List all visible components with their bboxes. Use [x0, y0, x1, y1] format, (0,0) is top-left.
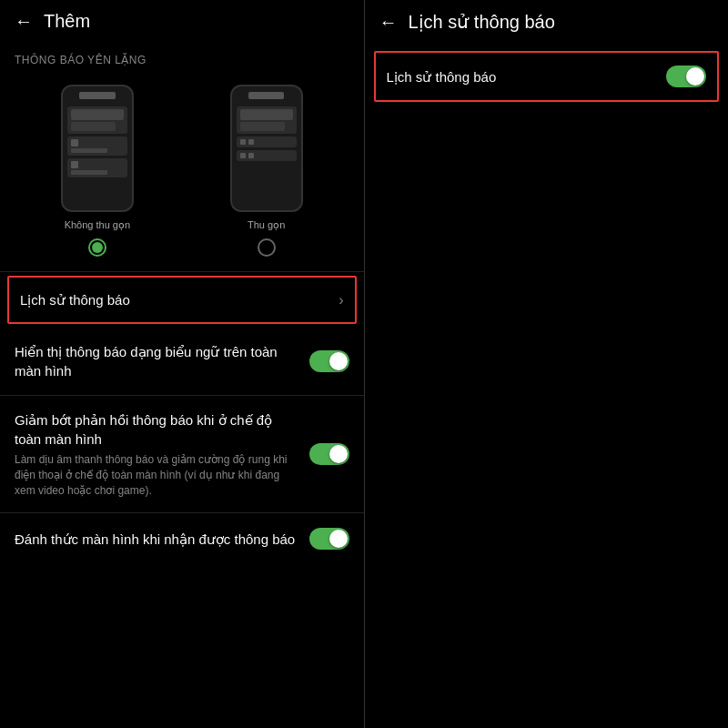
mockup-expanded[interactable]: Không thu gọn — [61, 85, 134, 257]
giam-bot-item[interactable]: Giảm bớt phản hồi thông báo khi ở chế độ… — [0, 396, 364, 512]
notif-small-bar — [71, 148, 108, 153]
giam-bot-sublabel: Làm dịu âm thanh thông báo và giảm cường… — [15, 452, 298, 498]
right-lich-su-toggle-knob — [686, 67, 704, 86]
notif-small-bar-2 — [71, 170, 108, 175]
chevron-icon: › — [339, 292, 343, 308]
notif-c-2 — [237, 136, 297, 147]
back-button-left[interactable]: ← — [15, 11, 33, 32]
giam-bot-toggle[interactable] — [309, 443, 349, 465]
notif-bar-1 — [71, 109, 124, 120]
mockup-status-bar — [79, 92, 116, 99]
separator-1 — [0, 271, 364, 272]
right-lich-su-label: Lịch sử thông báo — [387, 67, 667, 86]
notif-expanded-1 — [67, 106, 127, 134]
radio-inner-expanded — [92, 242, 103, 253]
phone-mockup-expanded — [61, 85, 134, 212]
danh-thuc-item[interactable]: Đánh thức màn hình khi nhận được thông b… — [0, 513, 364, 564]
notif-icon — [71, 139, 78, 147]
bieu-ngu-toggle-knob — [329, 352, 348, 370]
notif-c-dot-4 — [248, 153, 254, 158]
mockup-body-expanded — [67, 106, 127, 205]
notif-expanded-2 — [67, 136, 127, 156]
bieu-ngu-toggle[interactable] — [309, 350, 349, 372]
left-title: Thêm — [44, 11, 90, 32]
mockup-status-bar-2 — [248, 92, 285, 99]
right-lich-su-item[interactable]: Lịch sử thông báo — [374, 51, 720, 102]
notif-c-bar-1 — [240, 109, 293, 120]
lich-su-item[interactable]: Lịch sử thông báo › — [7, 276, 357, 324]
section-label-silent: THÔNG BÁO YÊN LẶNG — [0, 43, 364, 74]
radio-collapsed[interactable] — [258, 238, 276, 257]
notif-c-1 — [237, 106, 297, 134]
mockups-area: Không thu gọn — [0, 74, 364, 271]
notif-expanded-3 — [67, 158, 127, 177]
mockup-collapsed[interactable]: Thu gọn — [230, 85, 303, 257]
right-lich-su-toggle[interactable] — [666, 66, 706, 87]
mockup-label-collapsed: Thu gọn — [248, 219, 285, 231]
notif-c-3 — [237, 150, 297, 161]
giam-bot-label: Giảm bớt phản hồi thông báo khi ở chế độ… — [15, 410, 298, 449]
mockup-label-expanded: Không thu gọn — [65, 219, 130, 231]
phone-mockup-collapsed — [230, 85, 303, 212]
left-header: ← Thêm — [0, 0, 364, 43]
notif-c-dot-2 — [248, 139, 254, 145]
left-panel: ← Thêm THÔNG BÁO YÊN LẶNG — [0, 0, 364, 728]
danh-thuc-toggle[interactable] — [309, 528, 349, 550]
mockup-body-collapsed — [237, 106, 297, 205]
notif-c-dot-1 — [240, 139, 246, 145]
danh-thuc-label: Đánh thức màn hình khi nhận được thông b… — [15, 530, 298, 549]
giam-bot-toggle-knob — [329, 445, 348, 463]
bieu-ngu-label: Hiển thị thông báo dạng biểu ngữ trên to… — [15, 342, 298, 380]
notif-icon-2 — [71, 161, 78, 168]
notif-bar-2 — [71, 122, 116, 131]
bieu-ngu-item[interactable]: Hiển thị thông báo dạng biểu ngữ trên to… — [0, 328, 364, 395]
notif-c-bar-2 — [240, 122, 285, 131]
right-header: ← Lịch sử thông báo — [365, 0, 729, 44]
radio-expanded[interactable] — [88, 238, 106, 257]
back-button-right[interactable]: ← — [379, 12, 398, 33]
danh-thuc-toggle-knob — [329, 530, 348, 548]
right-panel: ← Lịch sử thông báo Lịch sử thông báo — [365, 0, 729, 728]
notif-c-dot-3 — [240, 153, 246, 158]
right-title: Lịch sử thông báo — [409, 11, 555, 33]
lich-su-label: Lịch sử thông báo — [20, 290, 331, 309]
